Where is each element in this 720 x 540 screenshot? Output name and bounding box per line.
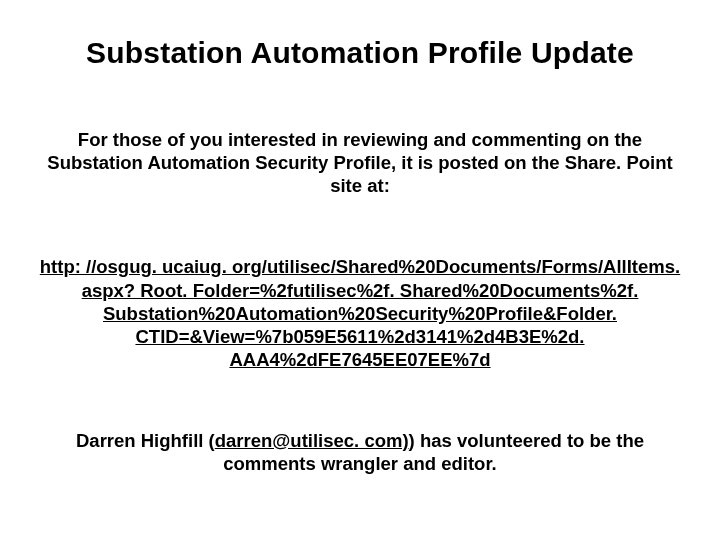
slide-title: Substation Automation Profile Update [28, 36, 692, 70]
footer-email-link[interactable]: darren@utilisec. com) [215, 430, 409, 451]
intro-text: For those of you interested in reviewing… [40, 128, 680, 197]
slide: Substation Automation Profile Update For… [0, 0, 720, 540]
footer-prefix: Darren Highfill ( [76, 430, 215, 451]
footer-text: Darren Highfill (darren@utilisec. com)) … [40, 429, 680, 475]
sharepoint-link[interactable]: http: //osgug. ucaiug. org/utilisec/Shar… [28, 255, 692, 371]
